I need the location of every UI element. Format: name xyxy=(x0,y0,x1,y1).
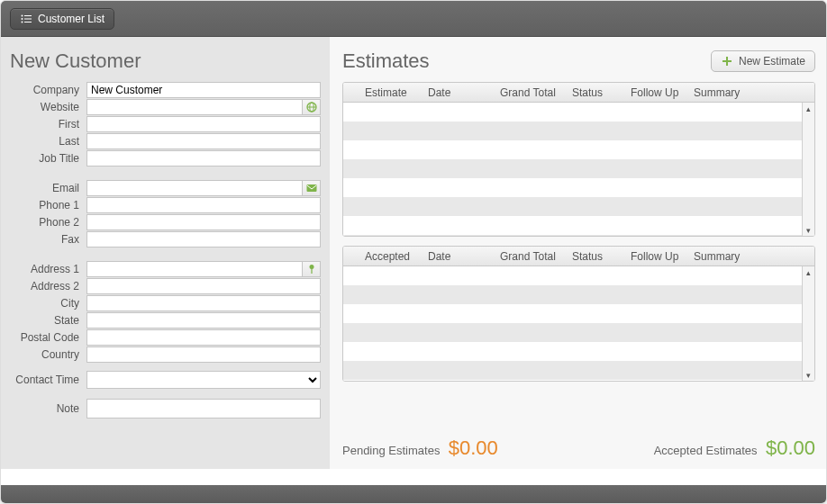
first-label: First xyxy=(10,118,86,130)
svg-rect-13 xyxy=(722,60,732,62)
customer-list-button[interactable]: Customer List xyxy=(10,8,114,30)
table-row xyxy=(343,122,814,140)
table-row xyxy=(343,266,814,285)
first-input[interactable] xyxy=(86,116,321,132)
table-row xyxy=(343,140,814,159)
table-row xyxy=(343,103,814,122)
job-title-label: Job Title xyxy=(10,152,86,165)
fax-label: Fax xyxy=(10,233,86,246)
company-label: Company xyxy=(10,84,86,96)
pending-total-value: $0.00 xyxy=(449,436,498,459)
accepted-table-body[interactable]: ▴ ▾ xyxy=(343,266,814,381)
contact-time-select[interactable] xyxy=(86,371,321,389)
col-estimate[interactable]: Estimate xyxy=(361,86,424,99)
col-date[interactable]: Date xyxy=(424,86,496,99)
pending-scrollbar[interactable]: ▴ ▾ xyxy=(802,103,814,236)
website-input[interactable] xyxy=(86,99,303,115)
state-input[interactable] xyxy=(86,312,321,328)
pin-icon xyxy=(305,263,318,275)
table-row xyxy=(343,197,814,216)
pending-table-header: Estimate Date Grand Total Status Follow … xyxy=(343,83,814,103)
send-email-button[interactable] xyxy=(303,180,321,196)
accepted-total-label: Accepted Estimates xyxy=(654,444,758,457)
scroll-up-icon[interactable]: ▴ xyxy=(803,266,814,278)
map-pin-button[interactable] xyxy=(303,261,321,277)
svg-rect-11 xyxy=(311,268,312,274)
col-follow-up-2[interactable]: Follow Up xyxy=(627,250,690,263)
table-row xyxy=(343,304,814,323)
new-estimate-label: New Estimate xyxy=(739,55,805,68)
accepted-scrollbar[interactable]: ▴ ▾ xyxy=(802,266,814,381)
svg-rect-1 xyxy=(24,15,32,16)
col-status[interactable]: Status xyxy=(568,86,627,99)
table-row xyxy=(343,361,814,380)
plus-icon xyxy=(721,55,733,68)
col-status-2[interactable]: Status xyxy=(568,250,627,263)
email-input[interactable] xyxy=(86,180,303,196)
table-row xyxy=(343,323,814,342)
svg-point-2 xyxy=(22,18,23,20)
last-label: Last xyxy=(10,135,86,148)
app-window: Customer List New Customer Company Websi… xyxy=(0,0,827,504)
last-input[interactable] xyxy=(86,133,321,149)
country-input[interactable] xyxy=(86,346,321,363)
city-input[interactable] xyxy=(86,295,321,311)
address2-input[interactable] xyxy=(86,278,321,294)
totals-row: Pending Estimates $0.00 Accepted Estimat… xyxy=(342,431,815,460)
pending-total-label: Pending Estimates xyxy=(342,444,440,457)
website-label: Website xyxy=(10,101,86,113)
phone2-label: Phone 2 xyxy=(10,216,86,229)
postal-input[interactable] xyxy=(86,329,321,346)
col-grand-total-2[interactable]: Grand Total xyxy=(496,250,568,263)
col-date-2[interactable]: Date xyxy=(424,250,496,263)
customer-form-title: New Customer xyxy=(10,50,321,73)
svg-point-4 xyxy=(22,21,23,22)
table-row xyxy=(343,380,814,382)
new-estimate-button[interactable]: New Estimate xyxy=(711,50,815,72)
fax-input[interactable] xyxy=(86,231,321,248)
contact-time-label: Contact Time xyxy=(10,374,86,386)
col-summary[interactable]: Summary xyxy=(690,86,814,99)
body-area: New Customer Company Website First xyxy=(1,37,826,469)
table-row xyxy=(343,285,814,304)
email-label: Email xyxy=(10,182,86,194)
svg-rect-9 xyxy=(306,184,316,192)
globe-icon xyxy=(305,101,318,113)
open-website-button[interactable] xyxy=(303,99,321,115)
table-row xyxy=(343,342,814,361)
phone2-input[interactable] xyxy=(86,214,321,230)
postal-label: Postal Code xyxy=(10,331,86,344)
top-toolbar: Customer List xyxy=(1,1,826,37)
table-row xyxy=(343,216,814,235)
customer-form-panel: New Customer Company Website First xyxy=(1,37,330,469)
phone1-label: Phone 1 xyxy=(10,199,86,212)
col-summary-2[interactable]: Summary xyxy=(690,250,814,263)
city-label: City xyxy=(10,297,86,310)
col-accepted[interactable]: Accepted xyxy=(361,250,424,263)
footer-bar xyxy=(1,485,826,503)
address2-label: Address 2 xyxy=(10,280,86,292)
estimates-title: Estimates xyxy=(342,50,430,73)
pending-table-body[interactable]: ▴ ▾ xyxy=(343,103,814,236)
mail-icon xyxy=(305,182,318,194)
company-input[interactable] xyxy=(86,82,321,98)
job-title-input[interactable] xyxy=(86,150,321,166)
scroll-up-icon[interactable]: ▴ xyxy=(803,103,814,114)
scroll-down-icon[interactable]: ▾ xyxy=(803,369,814,381)
country-label: Country xyxy=(10,348,86,361)
table-row xyxy=(343,159,814,178)
pending-estimates-table: Estimate Date Grand Total Status Follow … xyxy=(342,82,815,237)
table-row xyxy=(343,178,814,197)
svg-rect-3 xyxy=(24,18,32,19)
customer-list-label: Customer List xyxy=(38,13,105,25)
col-grand-total[interactable]: Grand Total xyxy=(496,86,568,99)
address1-input[interactable] xyxy=(86,261,303,277)
table-row xyxy=(343,235,814,237)
list-icon xyxy=(20,13,32,25)
address1-label: Address 1 xyxy=(10,263,86,275)
svg-rect-5 xyxy=(24,22,32,22)
col-follow-up[interactable]: Follow Up xyxy=(627,86,690,99)
scroll-down-icon[interactable]: ▾ xyxy=(803,224,814,236)
note-input[interactable] xyxy=(86,399,321,418)
phone1-input[interactable] xyxy=(86,197,321,213)
